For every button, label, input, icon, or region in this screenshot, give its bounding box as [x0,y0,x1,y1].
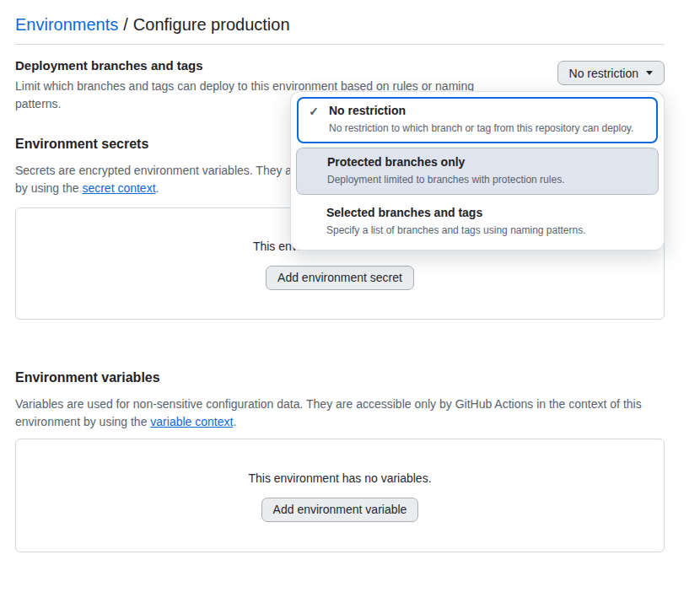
menu-item-body: Protected branches only Deployment limit… [327,148,658,194]
menu-item-body: Selected branches and tags Specify a lis… [326,199,659,245]
dropdown-button-label: No restriction [569,67,638,80]
menu-item-title: No restriction [329,103,648,119]
header-divider [15,44,665,45]
menu-item-body: No restriction No restriction to which b… [329,99,656,142]
breadcrumb-environments-link[interactable]: Environments [15,15,118,34]
breadcrumb-current: Configure production [133,15,290,34]
breadcrumb-separator: / [118,15,133,34]
add-environment-secret-button[interactable]: Add environment secret [266,266,414,290]
variables-description-text: Variables are used for non-sensitive con… [15,397,642,428]
menu-item-protected-branches-only[interactable]: Protected branches only Deployment limit… [296,148,659,195]
menu-item-description: Deployment limited to branches with prot… [327,173,649,186]
menu-item-selected-branches-and-tags[interactable]: Selected branches and tags Specify a lis… [296,199,659,245]
menu-item-description: No restriction to which branch or tag fr… [329,121,648,135]
variables-empty-box: This environment has no variables. Add e… [15,439,665,552]
secrets-description-period: . [156,181,159,195]
menu-item-no-restriction[interactable]: ✓ No restriction No restriction to which… [297,97,658,143]
menu-item-description: Specify a list of branches and tags usin… [326,223,650,237]
check-column-empty [297,148,327,194]
page-title: Environments/Configure production [15,13,665,35]
triangle-down-icon [646,71,653,75]
variable-context-link[interactable]: variable context [150,415,233,428]
check-icon: ✓ [299,99,329,142]
variables-description-period: . [233,415,236,428]
environment-variables-title: Environment variables [15,369,665,387]
menu-item-title: Protected branches only [327,154,649,170]
environment-variables-description: Variables are used for non-sensitive con… [15,396,665,431]
deployment-restriction-dropdown-button[interactable]: No restriction [557,61,665,85]
menu-item-title: Selected branches and tags [326,205,650,221]
add-environment-variable-button[interactable]: Add environment variable [261,498,419,522]
check-column-empty [296,199,326,245]
secret-context-link[interactable]: secret context [82,181,155,195]
restriction-dropdown-menu: ✓ No restriction No restriction to which… [290,91,665,250]
variables-empty-message: This environment has no variables. [248,470,431,487]
